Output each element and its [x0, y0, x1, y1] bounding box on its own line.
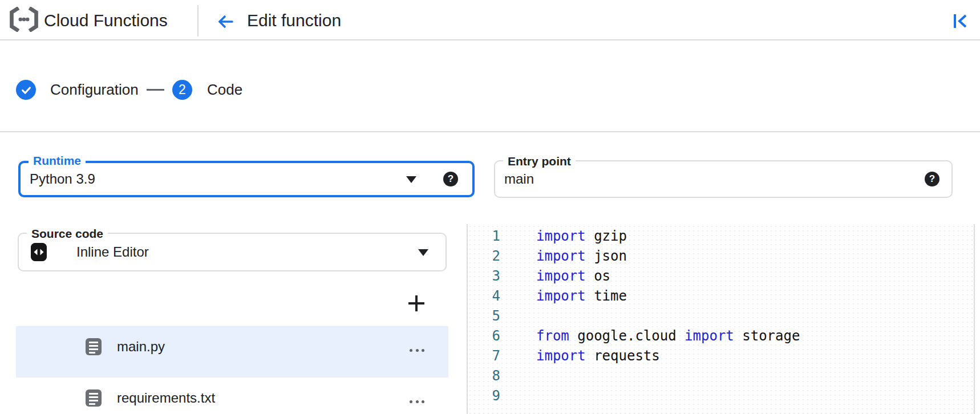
- entry-point-help-icon[interactable]: ?: [925, 172, 939, 186]
- line-number: 9: [473, 386, 500, 406]
- entry-point-field[interactable]: Entry point main ?: [494, 160, 953, 198]
- code-line[interactable]: import json: [536, 246, 800, 266]
- file-row-main-py[interactable]: main.py: [16, 326, 448, 378]
- section-divider: [0, 131, 980, 132]
- source-code-select[interactable]: Source code Inline Editor: [18, 233, 447, 271]
- line-number-gutter: 123456789: [473, 226, 500, 406]
- line-number: 8: [473, 366, 500, 386]
- file-document-icon: [86, 338, 102, 355]
- line-number: 2: [473, 246, 500, 266]
- collapse-panel-icon[interactable]: [952, 13, 969, 29]
- product-title: Cloud Functions: [44, 0, 168, 40]
- step-code-label[interactable]: Code: [207, 80, 242, 100]
- code-line[interactable]: [536, 386, 800, 406]
- add-file-plus-icon[interactable]: [406, 293, 427, 314]
- line-number: 4: [473, 286, 500, 306]
- chevron-down-icon: [406, 176, 416, 183]
- runtime-value: Python 3.9: [30, 163, 95, 195]
- runtime-select[interactable]: Runtime Python 3.9 ?: [18, 161, 475, 197]
- app-header: Cloud Functions Edit function: [0, 0, 980, 40]
- code-line[interactable]: import gzip: [536, 226, 800, 246]
- stepper-connector: [147, 89, 164, 91]
- runtime-help-icon[interactable]: ?: [443, 172, 458, 186]
- line-number: 1: [473, 226, 500, 246]
- page-title: Edit function: [247, 0, 341, 40]
- code-line[interactable]: [536, 306, 800, 326]
- file-name: main.py: [117, 338, 165, 355]
- step-code-circle[interactable]: 2: [172, 80, 192, 100]
- editor-left-border: [467, 224, 468, 414]
- back-arrow-icon[interactable]: [216, 13, 234, 31]
- entry-point-value: main: [504, 161, 534, 197]
- file-document-icon: [86, 389, 102, 407]
- overflow-menu-icon[interactable]: [410, 400, 424, 404]
- code-icon: [31, 243, 47, 261]
- code-line[interactable]: import time: [536, 286, 800, 306]
- cloud-functions-logo-icon: [10, 7, 38, 32]
- code-line[interactable]: [536, 366, 800, 386]
- line-number: 7: [473, 346, 500, 366]
- file-name: requirements.txt: [117, 389, 215, 407]
- file-row-requirements-txt[interactable]: requirements.txt: [16, 378, 448, 414]
- file-list: main.py requirements.txt: [16, 326, 448, 414]
- code-line[interactable]: import requests: [536, 346, 800, 366]
- source-code-value: Inline Editor: [76, 234, 149, 270]
- line-number: 6: [473, 326, 500, 346]
- line-number: 5: [473, 306, 500, 326]
- step-configuration-label[interactable]: Configuration: [50, 80, 139, 100]
- edit-function-screen: Cloud Functions Edit function Configurat…: [0, 0, 980, 414]
- step-configuration-circle[interactable]: [16, 80, 36, 100]
- overflow-menu-icon[interactable]: [410, 349, 424, 352]
- code-line[interactable]: from google.cloud import storage: [536, 326, 800, 346]
- check-icon: [20, 84, 33, 96]
- header-divider: [197, 5, 199, 36]
- code-line[interactable]: import os: [536, 266, 800, 286]
- chevron-down-icon: [418, 249, 428, 256]
- line-number: 3: [473, 266, 500, 286]
- code-content[interactable]: import gzipimport jsonimport osimport ti…: [536, 226, 800, 406]
- editor-right-border: [974, 224, 975, 414]
